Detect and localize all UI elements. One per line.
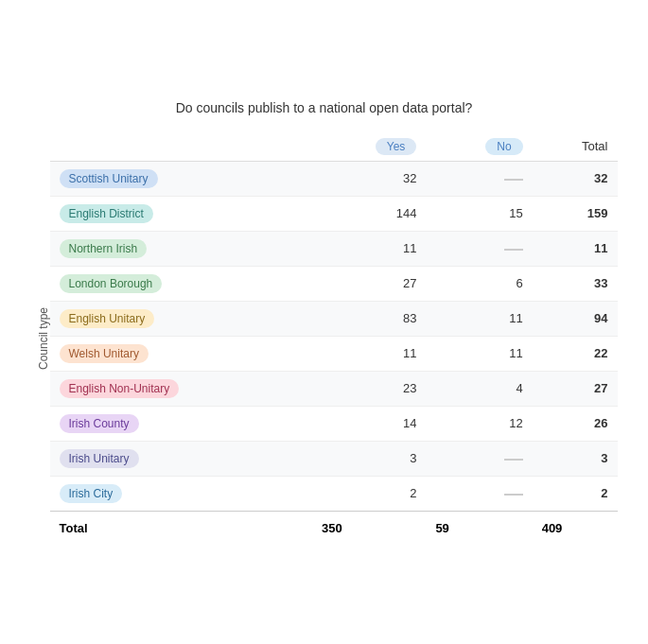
table-footer: Total 350 59 409 <box>50 511 618 545</box>
chart-container: Do councils publish to a national open d… <box>22 81 627 564</box>
table-row: Irish County141226 <box>50 406 618 441</box>
footer-yes: 350 <box>312 511 426 545</box>
dash-icon <box>504 459 523 461</box>
row-no: 12 <box>426 406 532 441</box>
data-table: Yes No Total Scottish Unitary3232English… <box>50 132 618 545</box>
table-row: Irish Unitary33 <box>50 441 618 476</box>
dash-icon <box>504 179 523 181</box>
no-badge: No <box>485 138 522 155</box>
footer-no: 59 <box>426 511 532 545</box>
footer-total: 409 <box>533 511 618 545</box>
col-type <box>50 132 313 162</box>
row-label: Irish City <box>50 476 313 511</box>
table-row: Irish City22 <box>50 476 618 511</box>
row-label: Welsh Unitary <box>50 336 313 371</box>
row-yes: 11 <box>312 231 426 266</box>
row-no <box>426 231 532 266</box>
row-no: 11 <box>426 301 532 336</box>
row-yes: 2 <box>312 476 426 511</box>
row-label: London Borough <box>50 266 313 301</box>
row-label: English Unitary <box>50 301 313 336</box>
row-yes: 11 <box>312 336 426 371</box>
footer-row: Total 350 59 409 <box>50 511 618 545</box>
row-label: Irish County <box>50 406 313 441</box>
row-no: 6 <box>426 266 532 301</box>
dash-icon <box>504 249 523 251</box>
table-outer: Yes No Total Scottish Unitary3232English… <box>50 132 618 545</box>
col-yes: Yes <box>312 132 426 162</box>
table-row: London Borough27633 <box>50 266 618 301</box>
row-yes: 3 <box>312 441 426 476</box>
row-total: 3 <box>533 441 618 476</box>
table-row: Scottish Unitary3232 <box>50 161 618 196</box>
row-yes: 27 <box>312 266 426 301</box>
row-total: 94 <box>533 301 618 336</box>
row-yes: 32 <box>312 161 426 196</box>
row-label: English District <box>50 196 313 231</box>
chart-title: Do councils publish to a national open d… <box>31 100 618 115</box>
table-wrapper: Council type Yes No Total <box>31 132 618 545</box>
row-label: Northern Irish <box>50 231 313 266</box>
row-yes: 23 <box>312 371 426 406</box>
table-row: English District14415159 <box>50 196 618 231</box>
council-type-badge: Northern Irish <box>60 239 148 258</box>
row-yes: 144 <box>312 196 426 231</box>
row-no <box>426 441 532 476</box>
row-no <box>426 161 532 196</box>
table-row: English Non-Unitary23427 <box>50 371 618 406</box>
row-yes: 83 <box>312 301 426 336</box>
table-body: Scottish Unitary3232English District1441… <box>50 161 618 511</box>
council-type-badge: London Borough <box>60 274 163 293</box>
council-type-badge: English District <box>60 204 153 223</box>
row-total: 32 <box>533 161 618 196</box>
table-row: English Unitary831194 <box>50 301 618 336</box>
council-type-badge: Irish County <box>60 414 139 433</box>
council-type-badge: Irish Unitary <box>60 449 139 468</box>
row-no: 4 <box>426 371 532 406</box>
row-total: 26 <box>533 406 618 441</box>
y-axis-label: Council type <box>31 132 50 545</box>
table-row: Welsh Unitary111122 <box>50 336 618 371</box>
row-label: Irish Unitary <box>50 441 313 476</box>
footer-label: Total <box>50 511 313 545</box>
table-header: Yes No Total <box>50 132 618 162</box>
dash-icon <box>504 494 523 496</box>
row-total: 33 <box>533 266 618 301</box>
council-type-badge: English Unitary <box>60 309 155 328</box>
col-no: No <box>426 132 532 162</box>
col-total: Total <box>533 132 618 162</box>
row-no: 11 <box>426 336 532 371</box>
row-total: 2 <box>533 476 618 511</box>
row-total: 27 <box>533 371 618 406</box>
row-total: 159 <box>533 196 618 231</box>
table-row: Northern Irish1111 <box>50 231 618 266</box>
row-total: 11 <box>533 231 618 266</box>
council-type-badge: Irish City <box>60 484 123 503</box>
row-label: Scottish Unitary <box>50 161 313 196</box>
row-no: 15 <box>426 196 532 231</box>
row-no <box>426 476 532 511</box>
row-label: English Non-Unitary <box>50 371 313 406</box>
council-type-badge: Welsh Unitary <box>60 344 149 363</box>
yes-badge: Yes <box>376 138 417 155</box>
row-yes: 14 <box>312 406 426 441</box>
council-type-badge: Scottish Unitary <box>60 169 158 188</box>
council-type-badge: English Non-Unitary <box>60 379 180 398</box>
row-total: 22 <box>533 336 618 371</box>
